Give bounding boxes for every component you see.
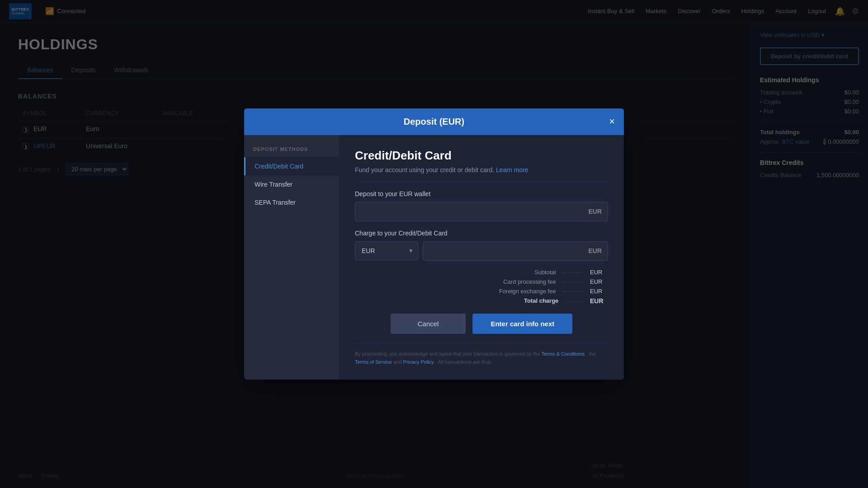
fee-currency-exchange: EUR (590, 288, 608, 295)
method-credit-debit[interactable]: Credit/Debit Card (244, 157, 339, 175)
deposit-methods-label: DEPOSIT METHODS (244, 146, 339, 157)
currency-select-wrap: EUR ▼ (355, 241, 418, 261)
method-wire-transfer[interactable]: Wire Transfer (244, 175, 339, 193)
deposit-amount-field: EUR (355, 202, 608, 221)
fee-row-exchange: Foreign exchange fee -------- EUR (355, 288, 608, 295)
deposit-to-label: Deposit to your EUR wallet (355, 190, 608, 197)
modal-close-button[interactable]: × (609, 117, 615, 127)
fee-row-total: Total charge ------- EUR (355, 297, 608, 305)
cancel-button[interactable]: Cancel (391, 314, 466, 334)
modal-header: Deposit (EUR) × (244, 108, 624, 135)
learn-more-link[interactable]: Learn more (496, 166, 528, 174)
fee-row-processing: Card processing fee -------- EUR (355, 278, 608, 285)
fee-table: Subtotal -------- EUR Card processing fe… (355, 269, 608, 305)
charge-row: EUR ▼ EUR (355, 241, 608, 261)
terms-conditions-link[interactable]: Terms & Conditions (542, 351, 585, 357)
modal-left-panel: DEPOSIT METHODS Credit/Debit Card Wire T… (244, 135, 339, 380)
legal-text: By proceeding, you acknowledge and agree… (355, 343, 608, 366)
fee-currency-total: EUR (590, 297, 608, 305)
card-subtitle: Fund your account using your credit or d… (355, 166, 608, 174)
fee-dots-exchange: -------- (563, 288, 583, 294)
modal-right-panel: Credit/Debit Card Fund your account usin… (339, 135, 624, 380)
separator-1 (355, 182, 608, 182)
card-title: Credit/Debit Card (355, 149, 608, 163)
deposit-amount-input[interactable] (355, 202, 608, 221)
currency-select[interactable]: EUR (355, 241, 418, 260)
deposit-modal: Deposit (EUR) × DEPOSIT METHODS Credit/D… (244, 108, 624, 380)
deposit-currency-suffix: EUR (588, 208, 602, 215)
enter-card-info-button[interactable]: Enter card info next (472, 314, 572, 334)
fee-dots-subtotal: -------- (563, 269, 583, 275)
method-sepa-transfer[interactable]: SEPA Transfer (244, 193, 339, 211)
modal-overlay: Deposit (EUR) × DEPOSIT METHODS Credit/D… (0, 0, 868, 488)
charge-amount-input[interactable] (423, 241, 608, 261)
modal-title: Deposit (EUR) (404, 117, 464, 127)
fee-label-processing: Card processing fee (484, 278, 556, 285)
fee-label-total: Total charge (486, 297, 558, 304)
privacy-policy-link[interactable]: Privacy Policy (403, 359, 434, 365)
charge-input-wrap: EUR (423, 241, 608, 261)
fee-label-exchange: Foreign exchange fee (484, 288, 556, 295)
modal-body: DEPOSIT METHODS Credit/Debit Card Wire T… (244, 135, 624, 380)
charge-label: Charge to your Credit/Debit Card (355, 230, 608, 237)
modal-actions: Cancel Enter card info next (355, 314, 608, 334)
fee-label-subtotal: Subtotal (484, 269, 556, 276)
fee-dots-total: ------- (565, 298, 583, 304)
terms-service-link[interactable]: Terms of Service (355, 359, 392, 365)
charge-currency-suffix: EUR (588, 247, 602, 254)
fee-row-subtotal: Subtotal -------- EUR (355, 269, 608, 276)
fee-dots-processing: -------- (563, 279, 583, 284)
fee-currency-subtotal: EUR (590, 269, 608, 276)
fee-currency-processing: EUR (590, 278, 608, 285)
